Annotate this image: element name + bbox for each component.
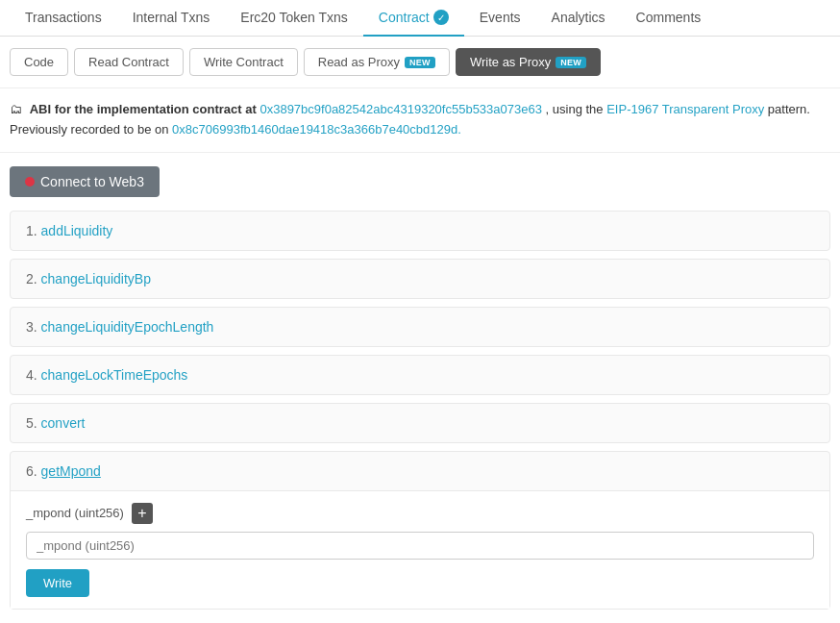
eip-link[interactable]: EIP-1967 Transparent Proxy bbox=[606, 102, 764, 116]
write-contract-button[interactable]: Write Contract bbox=[189, 48, 298, 76]
abi-icon: 🗂 bbox=[10, 100, 22, 120]
verified-check-icon: ✓ bbox=[433, 10, 449, 25]
tab-contract[interactable]: Contract ✓ bbox=[363, 0, 464, 37]
read-contract-button[interactable]: Read Contract bbox=[74, 48, 184, 76]
function-item-6: 6. getMpond _mpond (uint256) + Write bbox=[10, 451, 830, 610]
tab-analytics[interactable]: Analytics bbox=[536, 0, 621, 37]
param-row: _mpond (uint256) + bbox=[26, 503, 814, 524]
sub-buttons: Code Read Contract Write Contract Read a… bbox=[0, 37, 840, 88]
red-dot-icon bbox=[25, 177, 35, 187]
function-item-5: 5. convert bbox=[10, 403, 830, 443]
read-proxy-new-badge: NEW bbox=[405, 57, 435, 68]
impl-address-link[interactable]: 0x3897bc9f0a82542abc4319320fc55b533a073e… bbox=[259, 102, 542, 116]
code-button[interactable]: Code bbox=[10, 48, 68, 76]
prev-address-link[interactable]: 0x8c706993fb1460dae19418c3a366b7e40cbd12… bbox=[172, 122, 461, 137]
info-section: 🗂 ABI for the implementation contract at… bbox=[0, 88, 840, 153]
tab-comments[interactable]: Comments bbox=[621, 0, 717, 37]
function-item-2: 2. changeLiquidityBp bbox=[10, 259, 830, 299]
function-header-get-mpond[interactable]: 6. getMpond bbox=[11, 452, 829, 491]
function-header-change-lock-time[interactable]: 4. changeLockTimeEpochs bbox=[11, 356, 829, 394]
function-header-change-liquidity-epoch[interactable]: 3. changeLiquidityEpochLength bbox=[11, 308, 829, 346]
function-header-convert[interactable]: 5. convert bbox=[11, 404, 829, 442]
write-proxy-new-badge: NEW bbox=[556, 57, 586, 68]
connect-section: Connect to Web3 bbox=[0, 153, 840, 211]
function-item-3: 3. changeLiquidityEpochLength bbox=[10, 307, 830, 347]
function-list: 1. addLiquidity 2. changeLiquidityBp 3. … bbox=[0, 211, 840, 610]
tab-events[interactable]: Events bbox=[464, 0, 536, 37]
tab-transactions[interactable]: Transactions bbox=[10, 0, 117, 37]
function-item-1: 1. addLiquidity bbox=[10, 211, 830, 251]
function-body-get-mpond: _mpond (uint256) + Write bbox=[11, 491, 829, 609]
read-as-proxy-button[interactable]: Read as Proxy NEW bbox=[304, 48, 450, 76]
connect-web3-button[interactable]: Connect to Web3 bbox=[10, 166, 160, 197]
param-input[interactable] bbox=[26, 532, 814, 560]
tab-internal-txns[interactable]: Internal Txns bbox=[117, 0, 226, 37]
write-as-proxy-button[interactable]: Write as Proxy NEW bbox=[456, 48, 601, 76]
nav-tabs: Transactions Internal Txns Erc20 Token T… bbox=[0, 0, 840, 37]
function-item-4: 4. changeLockTimeEpochs bbox=[10, 355, 830, 395]
write-button[interactable]: Write bbox=[26, 569, 89, 597]
function-header-change-liquidity-bp[interactable]: 2. changeLiquidityBp bbox=[11, 260, 829, 298]
function-header-add-liquidity[interactable]: 1. addLiquidity bbox=[11, 212, 829, 250]
plus-button[interactable]: + bbox=[132, 503, 153, 524]
param-label: _mpond (uint256) bbox=[26, 506, 124, 520]
tab-erc20-token-txns[interactable]: Erc20 Token Txns bbox=[225, 0, 363, 37]
